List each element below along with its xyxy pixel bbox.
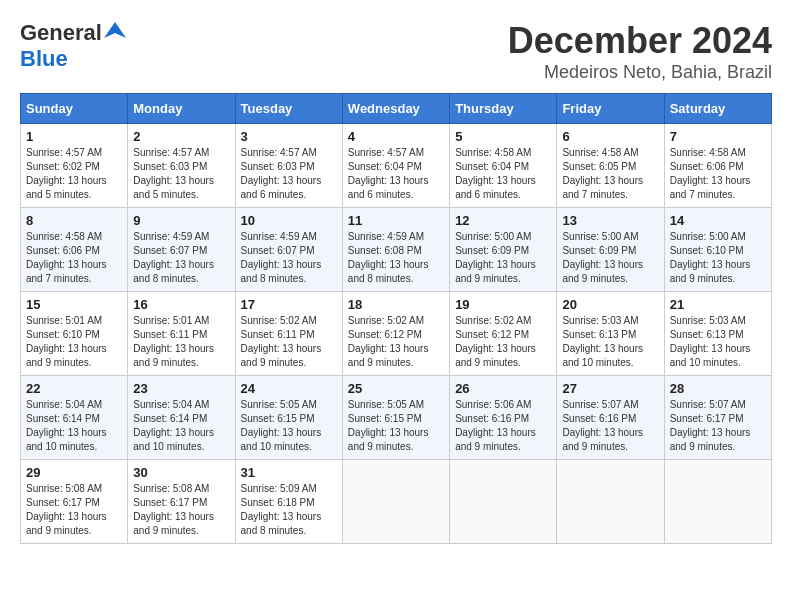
calendar-cell: 19Sunrise: 5:02 AMSunset: 6:12 PMDayligh… (450, 292, 557, 376)
calendar-week-row: 22Sunrise: 5:04 AMSunset: 6:14 PMDayligh… (21, 376, 772, 460)
calendar-cell: 7Sunrise: 4:58 AMSunset: 6:06 PMDaylight… (664, 124, 771, 208)
calendar-cell: 1Sunrise: 4:57 AMSunset: 6:02 PMDaylight… (21, 124, 128, 208)
calendar-cell: 9Sunrise: 4:59 AMSunset: 6:07 PMDaylight… (128, 208, 235, 292)
logo-general-text: General (20, 20, 102, 46)
day-info: Sunrise: 5:06 AMSunset: 6:16 PMDaylight:… (455, 398, 551, 454)
day-number: 5 (455, 129, 551, 144)
calendar-week-row: 15Sunrise: 5:01 AMSunset: 6:10 PMDayligh… (21, 292, 772, 376)
calendar-cell: 6Sunrise: 4:58 AMSunset: 6:05 PMDaylight… (557, 124, 664, 208)
calendar-cell: 20Sunrise: 5:03 AMSunset: 6:13 PMDayligh… (557, 292, 664, 376)
day-number: 28 (670, 381, 766, 396)
calendar-cell: 21Sunrise: 5:03 AMSunset: 6:13 PMDayligh… (664, 292, 771, 376)
day-info: Sunrise: 5:03 AMSunset: 6:13 PMDaylight:… (562, 314, 658, 370)
calendar-cell: 22Sunrise: 5:04 AMSunset: 6:14 PMDayligh… (21, 376, 128, 460)
calendar-cell: 10Sunrise: 4:59 AMSunset: 6:07 PMDayligh… (235, 208, 342, 292)
day-info: Sunrise: 4:57 AMSunset: 6:02 PMDaylight:… (26, 146, 122, 202)
day-info: Sunrise: 5:04 AMSunset: 6:14 PMDaylight:… (26, 398, 122, 454)
day-info: Sunrise: 5:08 AMSunset: 6:17 PMDaylight:… (133, 482, 229, 538)
day-info: Sunrise: 4:59 AMSunset: 6:08 PMDaylight:… (348, 230, 444, 286)
day-info: Sunrise: 5:05 AMSunset: 6:15 PMDaylight:… (348, 398, 444, 454)
day-info: Sunrise: 4:58 AMSunset: 6:06 PMDaylight:… (26, 230, 122, 286)
calendar-cell: 23Sunrise: 5:04 AMSunset: 6:14 PMDayligh… (128, 376, 235, 460)
day-info: Sunrise: 5:01 AMSunset: 6:11 PMDaylight:… (133, 314, 229, 370)
day-info: Sunrise: 5:02 AMSunset: 6:11 PMDaylight:… (241, 314, 337, 370)
day-info: Sunrise: 4:59 AMSunset: 6:07 PMDaylight:… (133, 230, 229, 286)
day-number: 21 (670, 297, 766, 312)
day-info: Sunrise: 4:58 AMSunset: 6:06 PMDaylight:… (670, 146, 766, 202)
day-info: Sunrise: 5:02 AMSunset: 6:12 PMDaylight:… (348, 314, 444, 370)
calendar-cell: 24Sunrise: 5:05 AMSunset: 6:15 PMDayligh… (235, 376, 342, 460)
day-number: 22 (26, 381, 122, 396)
day-number: 9 (133, 213, 229, 228)
header-cell-wednesday: Wednesday (342, 94, 449, 124)
header-cell-saturday: Saturday (664, 94, 771, 124)
header-cell-thursday: Thursday (450, 94, 557, 124)
day-number: 3 (241, 129, 337, 144)
day-info: Sunrise: 4:58 AMSunset: 6:04 PMDaylight:… (455, 146, 551, 202)
calendar-week-row: 1Sunrise: 4:57 AMSunset: 6:02 PMDaylight… (21, 124, 772, 208)
header-cell-tuesday: Tuesday (235, 94, 342, 124)
calendar-cell: 16Sunrise: 5:01 AMSunset: 6:11 PMDayligh… (128, 292, 235, 376)
calendar-cell: 13Sunrise: 5:00 AMSunset: 6:09 PMDayligh… (557, 208, 664, 292)
day-number: 7 (670, 129, 766, 144)
calendar-cell: 30Sunrise: 5:08 AMSunset: 6:17 PMDayligh… (128, 460, 235, 544)
day-info: Sunrise: 4:57 AMSunset: 6:03 PMDaylight:… (133, 146, 229, 202)
day-info: Sunrise: 4:57 AMSunset: 6:03 PMDaylight:… (241, 146, 337, 202)
calendar-cell: 14Sunrise: 5:00 AMSunset: 6:10 PMDayligh… (664, 208, 771, 292)
calendar-cell: 8Sunrise: 4:58 AMSunset: 6:06 PMDaylight… (21, 208, 128, 292)
day-number: 11 (348, 213, 444, 228)
day-number: 19 (455, 297, 551, 312)
day-info: Sunrise: 5:09 AMSunset: 6:18 PMDaylight:… (241, 482, 337, 538)
day-info: Sunrise: 4:57 AMSunset: 6:04 PMDaylight:… (348, 146, 444, 202)
day-number: 30 (133, 465, 229, 480)
calendar-cell: 17Sunrise: 5:02 AMSunset: 6:11 PMDayligh… (235, 292, 342, 376)
calendar-cell: 25Sunrise: 5:05 AMSunset: 6:15 PMDayligh… (342, 376, 449, 460)
svg-marker-0 (104, 22, 126, 38)
header-cell-friday: Friday (557, 94, 664, 124)
day-info: Sunrise: 5:03 AMSunset: 6:13 PMDaylight:… (670, 314, 766, 370)
header-cell-sunday: Sunday (21, 94, 128, 124)
day-number: 18 (348, 297, 444, 312)
day-number: 16 (133, 297, 229, 312)
calendar-cell: 12Sunrise: 5:00 AMSunset: 6:09 PMDayligh… (450, 208, 557, 292)
day-number: 24 (241, 381, 337, 396)
header: General Blue December 2024 Medeiros Neto… (20, 20, 772, 83)
day-number: 31 (241, 465, 337, 480)
logo-blue-text: Blue (20, 46, 68, 71)
calendar-cell: 4Sunrise: 4:57 AMSunset: 6:04 PMDaylight… (342, 124, 449, 208)
day-info: Sunrise: 5:00 AMSunset: 6:09 PMDaylight:… (455, 230, 551, 286)
location-title: Medeiros Neto, Bahia, Brazil (508, 62, 772, 83)
day-number: 14 (670, 213, 766, 228)
day-number: 2 (133, 129, 229, 144)
day-info: Sunrise: 5:07 AMSunset: 6:17 PMDaylight:… (670, 398, 766, 454)
day-number: 17 (241, 297, 337, 312)
logo: General Blue (20, 20, 126, 72)
day-number: 6 (562, 129, 658, 144)
calendar-table: SundayMondayTuesdayWednesdayThursdayFrid… (20, 93, 772, 544)
day-info: Sunrise: 4:58 AMSunset: 6:05 PMDaylight:… (562, 146, 658, 202)
day-info: Sunrise: 5:07 AMSunset: 6:16 PMDaylight:… (562, 398, 658, 454)
calendar-week-row: 8Sunrise: 4:58 AMSunset: 6:06 PMDaylight… (21, 208, 772, 292)
day-number: 1 (26, 129, 122, 144)
calendar-cell: 2Sunrise: 4:57 AMSunset: 6:03 PMDaylight… (128, 124, 235, 208)
title-area: December 2024 Medeiros Neto, Bahia, Braz… (508, 20, 772, 83)
day-number: 15 (26, 297, 122, 312)
calendar-cell (557, 460, 664, 544)
month-title: December 2024 (508, 20, 772, 62)
calendar-week-row: 29Sunrise: 5:08 AMSunset: 6:17 PMDayligh… (21, 460, 772, 544)
day-info: Sunrise: 5:00 AMSunset: 6:09 PMDaylight:… (562, 230, 658, 286)
calendar-header-row: SundayMondayTuesdayWednesdayThursdayFrid… (21, 94, 772, 124)
calendar-cell (450, 460, 557, 544)
day-info: Sunrise: 5:04 AMSunset: 6:14 PMDaylight:… (133, 398, 229, 454)
day-info: Sunrise: 5:08 AMSunset: 6:17 PMDaylight:… (26, 482, 122, 538)
calendar-cell (342, 460, 449, 544)
calendar-cell: 27Sunrise: 5:07 AMSunset: 6:16 PMDayligh… (557, 376, 664, 460)
day-info: Sunrise: 5:05 AMSunset: 6:15 PMDaylight:… (241, 398, 337, 454)
day-number: 8 (26, 213, 122, 228)
calendar-cell: 15Sunrise: 5:01 AMSunset: 6:10 PMDayligh… (21, 292, 128, 376)
calendar-cell: 31Sunrise: 5:09 AMSunset: 6:18 PMDayligh… (235, 460, 342, 544)
day-number: 4 (348, 129, 444, 144)
day-number: 13 (562, 213, 658, 228)
day-number: 27 (562, 381, 658, 396)
day-info: Sunrise: 4:59 AMSunset: 6:07 PMDaylight:… (241, 230, 337, 286)
